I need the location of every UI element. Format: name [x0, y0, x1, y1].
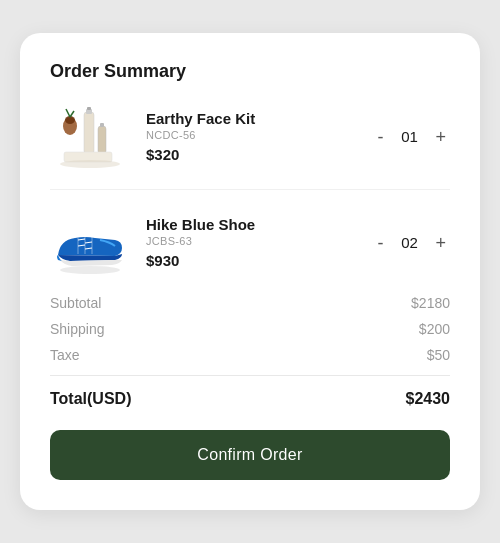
- order-summary-title: Order Summary: [50, 61, 450, 82]
- item-2-decrease-button[interactable]: -: [373, 232, 387, 254]
- item-1-name: Earthy Face Kit: [146, 110, 361, 127]
- item-2-increase-button[interactable]: +: [431, 232, 450, 254]
- svg-rect-4: [84, 112, 94, 154]
- item-2-info: Hike Blue Shoe JCBS-63 $930: [146, 216, 361, 269]
- tax-value: $50: [427, 347, 450, 363]
- item-2-name: Hike Blue Shoe: [146, 216, 361, 233]
- svg-point-1: [65, 116, 75, 124]
- item-1-quantity: 01: [399, 128, 419, 145]
- summary-section: Subtotal $2180 Shipping $200 Taxe $50: [50, 295, 450, 376]
- svg-rect-6: [87, 107, 91, 110]
- item-image-shoe: [50, 210, 130, 275]
- subtotal-label: Subtotal: [50, 295, 101, 311]
- svg-line-2: [66, 109, 70, 117]
- item-2-quantity-control: - 02 +: [373, 232, 450, 254]
- item-1-info: Earthy Face Kit NCDC-56 $320: [146, 110, 361, 163]
- tax-row: Taxe $50: [50, 347, 450, 363]
- item-2-sku: JCBS-63: [146, 235, 361, 247]
- total-section: Total(USD) $2430: [50, 390, 450, 408]
- shipping-row: Shipping $200: [50, 321, 450, 337]
- svg-point-10: [60, 160, 120, 168]
- item-2-price: $930: [146, 252, 361, 269]
- subtotal-row: Subtotal $2180: [50, 295, 450, 311]
- item-image-face-kit: [50, 104, 130, 169]
- item-1-decrease-button[interactable]: -: [373, 126, 387, 148]
- total-value: $2430: [406, 390, 451, 408]
- svg-rect-8: [100, 123, 104, 127]
- shipping-label: Shipping: [50, 321, 105, 337]
- order-item-2: Hike Blue Shoe JCBS-63 $930 - 02 +: [50, 210, 450, 285]
- subtotal-value: $2180: [411, 295, 450, 311]
- item-1-sku: NCDC-56: [146, 129, 361, 141]
- svg-rect-7: [98, 126, 106, 154]
- confirm-order-button[interactable]: Confirm Order: [50, 430, 450, 480]
- shipping-value: $200: [419, 321, 450, 337]
- item-2-quantity: 02: [399, 234, 419, 251]
- svg-line-3: [70, 111, 74, 117]
- order-item-1: Earthy Face Kit NCDC-56 $320 - 01 +: [50, 104, 450, 190]
- order-summary-card: Order Summary: [20, 33, 480, 510]
- tax-label: Taxe: [50, 347, 80, 363]
- item-1-price: $320: [146, 146, 361, 163]
- item-1-increase-button[interactable]: +: [431, 126, 450, 148]
- total-label: Total(USD): [50, 390, 131, 408]
- item-1-quantity-control: - 01 +: [373, 126, 450, 148]
- svg-point-15: [60, 266, 120, 274]
